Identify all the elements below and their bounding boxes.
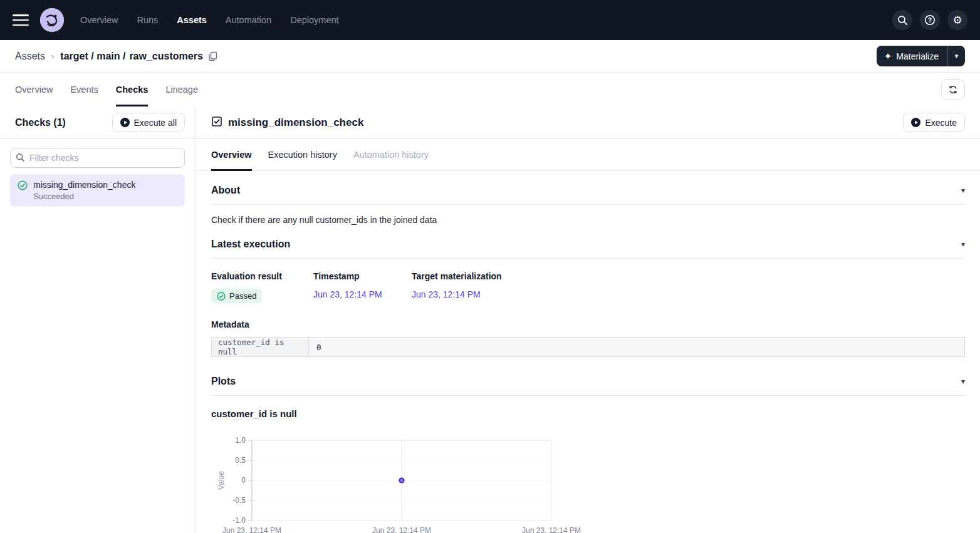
collapse-caret-icon[interactable]: ▾: [961, 187, 965, 194]
tab-lineage[interactable]: Lineage: [165, 73, 198, 106]
materialize-dropdown-button[interactable]: ▾: [947, 46, 965, 66]
breadcrumb-asset-name: raw_customers: [129, 51, 202, 62]
breadcrumb-path[interactable]: target / main /: [60, 51, 125, 62]
check-name: missing_dimension_check: [33, 180, 135, 190]
check-detail-panel: missing_dimension_check Execute Overview…: [195, 106, 980, 533]
chevron-right-icon: ›: [51, 51, 54, 61]
dagster-logo-icon[interactable]: [40, 8, 64, 32]
timestamp-link[interactable]: Jun 23, 12:14 PM: [313, 289, 382, 299]
check-success-icon: [18, 180, 28, 201]
check-detail-title: missing_dimension_check: [228, 116, 363, 129]
svg-text:?: ?: [928, 17, 932, 24]
check-list-item[interactable]: missing_dimension_check Succeeded: [10, 174, 185, 207]
tab-execution-history[interactable]: Execution history: [268, 139, 337, 170]
column-evaluation-result: Evaluation result: [211, 271, 313, 281]
metadata-value: 0: [309, 338, 965, 357]
help-button[interactable]: ?: [920, 10, 940, 30]
column-timestamp: Timestamp: [313, 271, 412, 281]
about-section-header: About ▾: [211, 171, 965, 205]
latest-execution-heading: Latest execution: [211, 239, 290, 250]
passed-badge: Passed: [211, 289, 262, 303]
check-square-icon: [211, 116, 222, 130]
y-tick-label: -0.5: [232, 496, 246, 505]
refresh-button[interactable]: [941, 79, 965, 100]
check-description: Check if there are any null customer_ids…: [211, 205, 965, 230]
x-tick-label: Jun 23, 12:14 PM: [372, 526, 431, 533]
checks-count-title: Checks (1): [15, 117, 66, 128]
gear-icon: ⚙: [952, 15, 962, 26]
search-icon: [897, 15, 908, 26]
nav-item-overview[interactable]: Overview: [80, 15, 118, 25]
y-tick-label: 0: [241, 476, 246, 485]
y-axis-label: Value: [217, 471, 226, 490]
metadata-key: customer_id is null: [212, 338, 309, 357]
metadata-table: customer_id is null 0: [211, 337, 965, 357]
plots-section-header: Plots ▾: [211, 357, 965, 396]
play-icon: [120, 118, 130, 127]
tab-checks[interactable]: Checks: [116, 73, 149, 106]
refresh-icon: [948, 85, 958, 95]
column-target-materialization: Target materialization: [412, 271, 965, 281]
octopus-icon: [40, 8, 64, 32]
tab-automation-history[interactable]: Automation history: [353, 139, 429, 170]
about-heading: About: [211, 185, 240, 196]
materialize-split-button: ✦ Materialize ▾: [877, 46, 965, 66]
collapse-caret-icon[interactable]: ▾: [961, 378, 965, 385]
scatter-plot: 1.0 0.5 0 -0.5 -1.0 Value Jun 23, 12:14 …: [211, 435, 600, 533]
target-materialization-link[interactable]: Jun 23, 12:14 PM: [412, 289, 481, 299]
check-detail-tabs: Overview Execution history Automation hi…: [195, 139, 980, 171]
tab-check-overview[interactable]: Overview: [211, 139, 252, 170]
x-tick-label: Jun 23, 12:14 PM: [222, 526, 281, 533]
menu-icon[interactable]: [13, 14, 29, 26]
x-tick-label: Jun 23, 12:14 PM: [522, 526, 581, 533]
tab-overview[interactable]: Overview: [15, 73, 53, 106]
checks-sidebar: Checks (1) Execute all: [0, 106, 195, 533]
plot-title: customer_id is null: [211, 396, 965, 428]
asset-tabs: Overview Events Checks Lineage: [0, 73, 980, 106]
check-status: Succeeded: [33, 192, 135, 201]
chevron-down-icon: ▾: [955, 52, 959, 60]
sparkle-icon: ✦: [884, 51, 892, 61]
plots-heading: Plots: [211, 376, 236, 387]
nav-item-deployment[interactable]: Deployment: [290, 15, 338, 25]
nav-item-automation[interactable]: Automation: [226, 15, 271, 25]
y-tick-label: -1.0: [232, 516, 246, 525]
top-nav: Overview Runs Assets Automation Deployme…: [0, 0, 980, 40]
breadcrumb-row: Assets › target / main / raw_customers ✦…: [0, 40, 980, 73]
y-tick-label: 1.0: [235, 436, 246, 445]
copy-icon: [208, 51, 217, 61]
collapse-caret-icon[interactable]: ▾: [961, 241, 965, 248]
metadata-heading: Metadata: [211, 303, 965, 337]
search-button[interactable]: [892, 10, 912, 30]
table-row: customer_id is null 0: [212, 338, 965, 357]
latest-execution-section-header: Latest execution ▾: [211, 230, 965, 259]
check-circle-icon: [217, 292, 226, 301]
execute-all-button[interactable]: Execute all: [112, 113, 185, 132]
tab-events[interactable]: Events: [70, 73, 98, 106]
y-tick-label: 0.5: [235, 456, 246, 465]
data-point[interactable]: [400, 479, 404, 483]
execute-button[interactable]: Execute: [903, 113, 965, 132]
settings-button[interactable]: ⚙: [947, 10, 967, 30]
breadcrumb-assets-link[interactable]: Assets: [15, 51, 45, 62]
primary-nav: Overview Runs Assets Automation Deployme…: [80, 15, 339, 25]
search-icon: [16, 153, 25, 165]
materialize-button[interactable]: ✦ Materialize: [877, 46, 947, 66]
nav-item-runs[interactable]: Runs: [137, 15, 158, 25]
check-value-chart[interactable]: 1.0 0.5 0 -0.5 -1.0 Value Jun 23, 12:14 …: [211, 435, 600, 533]
play-icon: [911, 118, 920, 127]
filter-checks-input[interactable]: [10, 148, 185, 168]
materialize-label: Materialize: [896, 51, 939, 61]
help-icon: ?: [924, 14, 936, 26]
copy-button[interactable]: [208, 51, 217, 61]
nav-item-assets[interactable]: Assets: [177, 15, 207, 25]
